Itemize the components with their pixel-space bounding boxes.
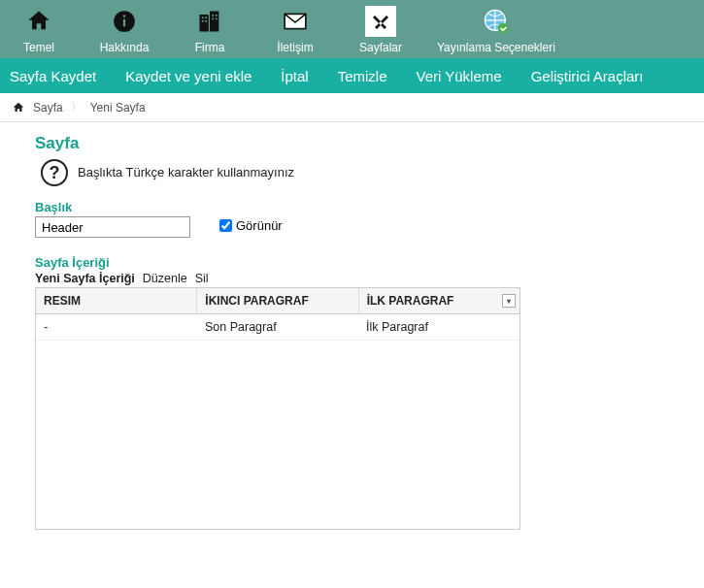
cancel-button[interactable]: İptal bbox=[281, 68, 308, 84]
cell-resim: - bbox=[36, 314, 197, 340]
grid-body: - Son Paragraf İlk Paragraf bbox=[36, 314, 520, 529]
nav-label: İletişim bbox=[277, 41, 313, 54]
nav-label: Hakkında bbox=[100, 41, 150, 54]
grid-toolbar: Yeni Sayfa İçeriği Düzenle Sil bbox=[35, 272, 681, 285]
col-ilk-paragraf[interactable]: İLK PARAGRAF ▾ bbox=[359, 288, 520, 313]
svg-rect-12 bbox=[216, 18, 218, 20]
grid-new-button[interactable]: Yeni Sayfa İçeriği bbox=[35, 272, 135, 285]
nav-label: Temel bbox=[23, 41, 54, 54]
hint-text: Başlıkta Türkçe karakter kullanmayınız bbox=[78, 165, 294, 181]
question-icon: ? bbox=[41, 159, 68, 186]
svg-rect-9 bbox=[212, 15, 214, 16]
mail-icon bbox=[280, 6, 311, 37]
nav-item-hakkinda[interactable]: Hakkında bbox=[95, 6, 153, 54]
nav-label: Sayfalar bbox=[359, 41, 402, 54]
nav-item-temel[interactable]: Temel bbox=[10, 6, 68, 54]
svg-rect-2 bbox=[123, 16, 125, 17]
content-section-label: Sayfa İçeriği bbox=[35, 255, 681, 270]
dev-tools-button[interactable]: Geliştirici Araçları bbox=[531, 68, 644, 84]
chevron-right-icon: 〉 bbox=[71, 99, 83, 115]
cell-ikinci: Son Paragraf bbox=[197, 314, 358, 340]
grid-header: RESIM İKINCI PARAGRAF İLK PARAGRAF ▾ bbox=[36, 288, 520, 314]
page-title: Sayfa bbox=[35, 134, 681, 153]
save-and-new-button[interactable]: Kaydet ve yeni ekle bbox=[125, 68, 251, 84]
col-ikinci-paragraf[interactable]: İKINCI PARAGRAF bbox=[197, 288, 358, 313]
breadcrumb-root[interactable]: Sayfa bbox=[33, 101, 63, 114]
save-button[interactable]: Sayfa Kaydet bbox=[10, 68, 96, 84]
svg-rect-3 bbox=[200, 15, 209, 32]
nav-label: Yayınlama Seçenekleri bbox=[437, 41, 555, 54]
column-menu-icon[interactable]: ▾ bbox=[502, 294, 516, 308]
svg-rect-5 bbox=[202, 16, 204, 18]
grid-delete-button[interactable]: Sil bbox=[195, 272, 209, 285]
svg-point-15 bbox=[498, 23, 509, 34]
nav-item-sayfalar[interactable]: Sayfalar bbox=[352, 6, 410, 54]
grid-edit-button[interactable]: Düzenle bbox=[143, 272, 187, 285]
svg-rect-11 bbox=[212, 18, 214, 20]
nav-item-yayinlama[interactable]: Yayınlama Seçenekleri bbox=[437, 6, 555, 54]
svg-rect-1 bbox=[123, 19, 125, 27]
table-row[interactable]: - Son Paragraf İlk Paragraf bbox=[36, 314, 520, 341]
clear-button[interactable]: Temizle bbox=[338, 68, 387, 84]
svg-rect-4 bbox=[210, 12, 218, 32]
nav-item-iletisim[interactable]: İletişim bbox=[266, 6, 324, 54]
breadcrumb: Sayfa 〉 Yeni Sayfa bbox=[0, 93, 704, 122]
data-load-button[interactable]: Veri Yükleme bbox=[417, 68, 502, 84]
cell-ilk: İlk Paragraf bbox=[358, 314, 520, 340]
action-bar: Sayfa Kaydet Kaydet ve yeni ekle İptal T… bbox=[0, 58, 704, 93]
header-input[interactable] bbox=[35, 216, 190, 238]
visible-label: Görünür bbox=[236, 218, 283, 233]
col-resim[interactable]: RESIM bbox=[36, 288, 197, 313]
svg-rect-10 bbox=[216, 15, 218, 16]
nav-label: Firma bbox=[195, 41, 225, 54]
tools-icon bbox=[365, 6, 396, 37]
nav-item-firma[interactable]: Firma bbox=[181, 6, 239, 54]
hint-row: ? Başlıkta Türkçe karakter kullanmayınız bbox=[41, 159, 681, 186]
top-nav: Temel Hakkında Firma İletişim Sayfalar Y… bbox=[0, 0, 704, 58]
breadcrumb-current: Yeni Sayfa bbox=[90, 101, 146, 114]
home-icon bbox=[12, 101, 25, 114]
svg-rect-6 bbox=[205, 16, 207, 18]
content-grid: RESIM İKINCI PARAGRAF İLK PARAGRAF ▾ - S… bbox=[35, 287, 520, 530]
visible-checkbox[interactable] bbox=[219, 219, 232, 232]
svg-rect-7 bbox=[202, 20, 204, 22]
globe-icon bbox=[481, 6, 512, 37]
buildings-icon bbox=[194, 6, 225, 37]
home-icon bbox=[23, 6, 54, 37]
header-label: Başlık bbox=[35, 200, 190, 214]
content-area: Sayfa ? Başlıkta Türkçe karakter kullanm… bbox=[0, 122, 704, 553]
svg-rect-8 bbox=[205, 20, 207, 22]
info-icon bbox=[109, 6, 140, 37]
